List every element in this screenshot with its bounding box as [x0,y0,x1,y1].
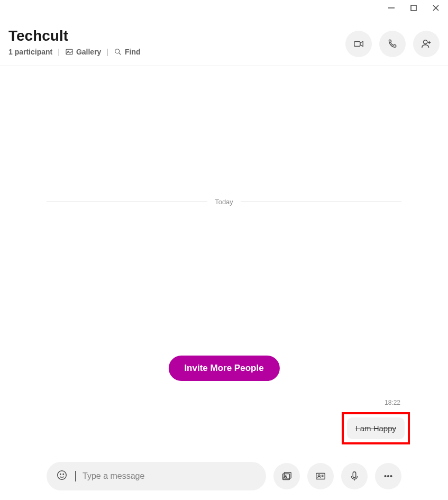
chat-subheader: 1 participant | Gallery | Find [8,48,345,56]
gallery-button[interactable]: Gallery [65,48,101,56]
window-controls [379,0,448,16]
message-input[interactable] [83,471,257,481]
record-voice-button[interactable] [341,463,368,489]
svg-rect-16 [284,472,291,478]
svg-point-14 [63,474,63,474]
microphone-icon [349,470,360,482]
audio-call-button[interactable] [379,31,406,57]
compose-box[interactable] [47,462,266,490]
svg-point-24 [385,476,386,477]
svg-point-25 [388,476,389,477]
more-options-button[interactable] [375,463,401,489]
send-contact-button[interactable] [307,463,334,489]
video-camera-icon [353,38,364,50]
divider-line [47,202,207,202]
svg-rect-8 [354,41,360,46]
close-icon[interactable] [432,4,440,12]
gallery-label: Gallery [76,48,101,56]
search-icon [114,48,122,56]
chat-area: Today Invite More People 18:22 I am Happ… [0,75,448,450]
message-timestamp: 18:22 [385,399,400,406]
compose-actions [273,463,401,489]
svg-line-7 [119,53,121,54]
find-label: Find [125,48,141,56]
divider-line [241,202,401,202]
phone-icon [387,38,398,50]
text-caret [75,471,76,481]
contact-card-icon [315,470,326,482]
divider: | [106,48,108,56]
highlighted-message-box: I am Happy [342,412,410,444]
date-divider: Today [47,198,401,206]
invite-more-people-button[interactable]: Invite More People [168,356,279,381]
attach-photo-button[interactable] [273,463,300,489]
svg-point-6 [115,49,120,53]
svg-rect-22 [353,472,356,478]
maximize-icon[interactable] [410,4,417,12]
header-actions [345,28,440,57]
chat-title: Techcult [8,28,345,44]
emoji-button[interactable] [56,469,68,483]
minimize-icon[interactable] [388,4,395,12]
gallery-icon [65,48,74,56]
svg-rect-18 [316,474,325,479]
video-call-button[interactable] [345,31,372,57]
svg-point-12 [58,471,67,480]
svg-rect-1 [411,5,416,11]
date-label: Today [215,198,233,206]
svg-point-26 [390,476,392,477]
participants-count[interactable]: 1 participant [8,48,52,56]
sent-message-bubble[interactable]: I am Happy [347,417,405,439]
emoji-icon [56,469,68,481]
find-button[interactable]: Find [114,48,141,56]
photo-icon [281,470,292,482]
divider: | [58,48,60,56]
add-participant-button[interactable] [413,31,440,57]
svg-point-13 [60,474,61,474]
svg-point-9 [424,40,427,44]
add-user-icon [420,38,432,50]
message-composer [47,462,401,490]
more-icon [382,470,394,482]
chat-header-left: Techcult 1 participant | Gallery | Find [8,28,345,56]
